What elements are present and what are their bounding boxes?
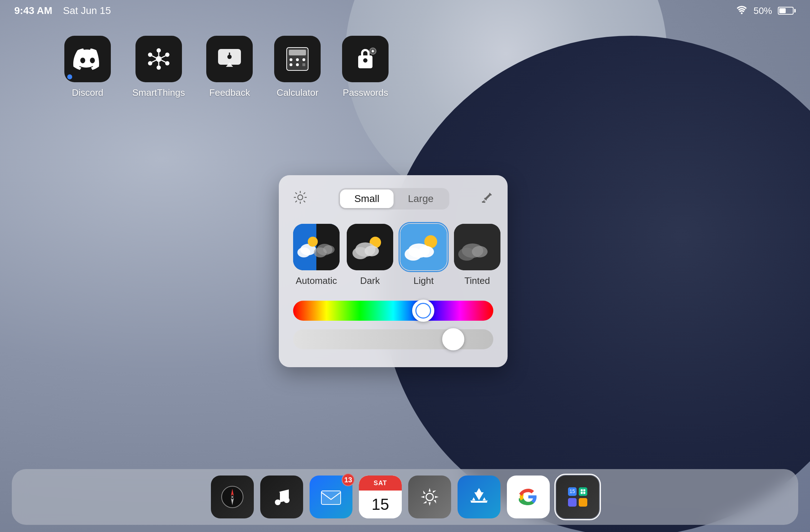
svg-line-9 — [161, 56, 166, 58]
svg-rect-66 — [321, 491, 341, 504]
style-option-dark[interactable]: Dark — [347, 224, 393, 286]
dock-compass-icon — [211, 476, 254, 518]
popup-header: Small Large — [293, 188, 493, 210]
svg-rect-77 — [579, 498, 587, 507]
svg-rect-72 — [581, 489, 583, 492]
svg-rect-76 — [568, 498, 577, 507]
calendar-day: 15 — [372, 496, 389, 513]
dock-google-icon — [507, 476, 550, 518]
large-size-btn[interactable]: Large — [394, 189, 448, 208]
saturation-slider[interactable] — [293, 329, 493, 349]
app-feedback[interactable]: ! Feedback — [206, 36, 253, 98]
discord-label: Discord — [72, 87, 103, 98]
svg-rect-74 — [581, 492, 583, 494]
icon-styles: Automatic Dark — [293, 224, 493, 286]
discord-notification-dot — [67, 74, 72, 79]
svg-point-1 — [156, 56, 162, 62]
light-label: Light — [414, 275, 434, 286]
style-option-tinted[interactable]: Tinted — [454, 224, 500, 286]
dock-app-mail[interactable]: 13 — [310, 476, 352, 518]
tinted-icon-bg — [454, 224, 500, 270]
dock-settings-icon — [408, 476, 451, 518]
dark-label: Dark — [360, 275, 380, 286]
passwords-icon — [342, 36, 389, 82]
dock-app-music[interactable] — [260, 476, 303, 518]
dock-mail-icon: 13 — [310, 476, 352, 518]
status-right: 50% — [736, 5, 796, 16]
svg-point-62 — [231, 496, 233, 498]
svg-point-41 — [308, 237, 318, 247]
svg-point-54 — [418, 246, 434, 257]
small-size-btn[interactable]: Small — [340, 189, 394, 208]
svg-point-40 — [297, 247, 310, 257]
svg-point-23 — [296, 63, 299, 66]
dock-appstore-icon — [458, 476, 500, 518]
calculator-label: Calculator — [277, 87, 318, 98]
smartthings-icon — [135, 36, 182, 82]
automatic-label: Automatic — [296, 275, 337, 286]
svg-point-64 — [284, 497, 290, 503]
status-date: Sat Jun 15 — [63, 5, 111, 16]
tinted-label: Tinted — [464, 275, 490, 286]
light-icon-bg — [400, 224, 447, 270]
svg-rect-71 — [579, 487, 587, 496]
app-discord[interactable]: Discord — [64, 36, 111, 98]
app-passwords[interactable]: Passwords — [342, 36, 389, 98]
passwords-label: Passwords — [343, 87, 388, 98]
svg-point-2 — [157, 48, 161, 53]
svg-point-5 — [157, 65, 161, 70]
eyedropper-btn[interactable] — [480, 191, 493, 207]
svg-point-4 — [165, 61, 169, 65]
calendar-body: 15 — [359, 491, 402, 518]
svg-point-21 — [302, 58, 305, 61]
svg-point-19 — [290, 58, 292, 61]
svg-point-6 — [148, 61, 152, 65]
svg-line-13 — [152, 56, 156, 58]
automatic-icon-bg — [293, 224, 340, 270]
dock-calendar-icon: SAT 15 — [359, 476, 402, 518]
svg-point-27 — [298, 195, 303, 200]
calendar-header: SAT — [359, 476, 402, 491]
hue-track — [293, 301, 493, 321]
mail-badge: 13 — [342, 473, 355, 486]
svg-line-32 — [295, 192, 297, 194]
wifi-icon — [736, 5, 748, 16]
saturation-thumb[interactable] — [442, 328, 464, 350]
dock: 13 SAT 15 — [12, 469, 798, 525]
dock-app-calendar[interactable]: SAT 15 — [359, 476, 402, 518]
size-toggle: Small Large — [339, 188, 449, 210]
dock-app-compass[interactable] — [211, 476, 254, 518]
hue-slider[interactable] — [293, 301, 493, 321]
hue-thumb[interactable] — [412, 300, 434, 322]
svg-point-3 — [165, 53, 169, 57]
status-left: 9:43 AM Sat Jun 15 — [14, 5, 111, 16]
svg-point-67 — [426, 493, 433, 501]
battery-percent: 50% — [754, 5, 772, 16]
svg-rect-68 — [471, 501, 487, 503]
svg-point-20 — [296, 58, 299, 61]
app-smartthings[interactable]: SmartThings — [132, 36, 185, 98]
feedback-label: Feedback — [209, 87, 250, 98]
svg-line-35 — [295, 201, 297, 202]
svg-line-33 — [303, 201, 305, 202]
svg-line-10 — [161, 60, 166, 62]
calendar-content: SAT 15 — [359, 476, 402, 518]
battery-icon — [778, 7, 796, 15]
svg-point-63 — [275, 499, 281, 505]
svg-line-12 — [152, 60, 156, 62]
hue-thumb-inner — [415, 303, 431, 319]
style-option-light[interactable]: Light — [400, 224, 447, 286]
sun-icon — [293, 190, 307, 208]
calendar-month: SAT — [374, 479, 387, 487]
smartthings-label: SmartThings — [132, 87, 185, 98]
dock-app-google[interactable] — [507, 476, 550, 518]
dock-app-settings[interactable] — [408, 476, 451, 518]
dock-app-appstore[interactable] — [458, 476, 500, 518]
app-calculator[interactable]: Calculator — [274, 36, 321, 98]
dock-app-grid[interactable]: 15 — [556, 476, 599, 518]
svg-point-0 — [741, 13, 742, 14]
svg-rect-18 — [289, 50, 306, 55]
svg-line-34 — [303, 192, 305, 194]
style-option-automatic[interactable]: Automatic — [293, 224, 340, 286]
svg-point-49 — [365, 246, 379, 256]
